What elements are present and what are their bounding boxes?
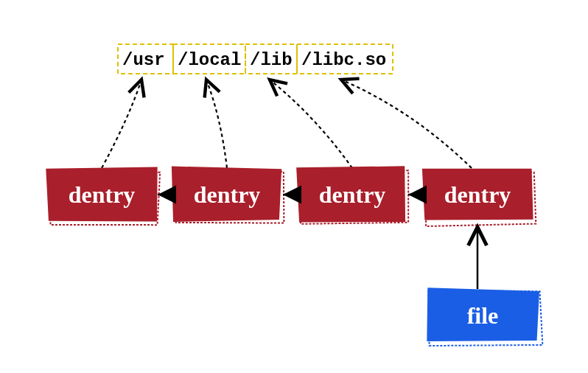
dentry-label: dentry xyxy=(69,181,136,208)
path-segment-text: /lib xyxy=(250,50,293,70)
dentry-boxes: dentrydentrydentrydentry xyxy=(46,166,536,226)
dentry-label: dentry xyxy=(194,181,261,208)
dentry-diagram: /usr/local/lib/libc.so dentrydentrydentr… xyxy=(0,0,588,373)
path-segment-text: /libc.so xyxy=(301,50,386,70)
dentry-to-path-arrow xyxy=(206,80,227,168)
dentry-to-path-arrow xyxy=(341,80,472,168)
dentry-to-path-arrow xyxy=(270,80,352,168)
file-box-group: file xyxy=(427,287,542,346)
dentry-label: dentry xyxy=(319,181,386,208)
path-string: /usr/local/lib/libc.so xyxy=(118,44,393,74)
file-label: file xyxy=(467,302,499,329)
path-segment-text: /local xyxy=(178,50,241,70)
dentry-to-path-arrows xyxy=(102,80,472,168)
dentry-to-path-arrow xyxy=(102,80,141,168)
path-segment-text: /usr xyxy=(122,50,165,70)
dentry-label: dentry xyxy=(444,181,511,208)
